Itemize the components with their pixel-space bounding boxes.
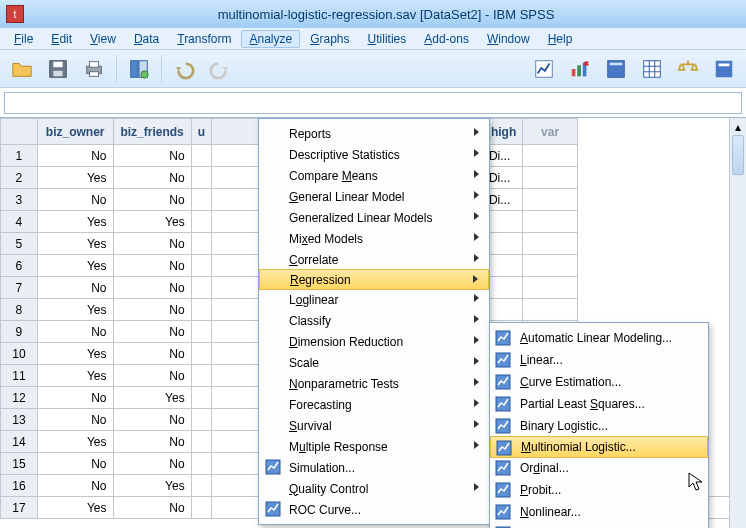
cell[interactable]: Yes — [37, 343, 113, 365]
row-header[interactable]: 17 — [1, 497, 38, 519]
row-header[interactable]: 6 — [1, 255, 38, 277]
undo-button[interactable] — [168, 54, 200, 84]
print-button[interactable] — [78, 54, 110, 84]
column-header-empty[interactable]: var — [523, 119, 578, 145]
cell[interactable]: Yes — [37, 299, 113, 321]
menu-item-descriptive-statistics[interactable]: Descriptive Statistics — [259, 144, 489, 165]
save-button[interactable] — [42, 54, 74, 84]
cell[interactable]: No — [113, 365, 191, 387]
menu-item-survival[interactable]: Survival — [259, 415, 489, 436]
menu-item-compare-means[interactable]: Compare Means — [259, 165, 489, 186]
data-view-button[interactable] — [123, 54, 155, 84]
menu-utilities[interactable]: Utilities — [360, 30, 415, 48]
menu-item-classify[interactable]: Classify — [259, 310, 489, 331]
cell[interactable]: No — [113, 189, 191, 211]
cell[interactable]: No — [113, 409, 191, 431]
cell[interactable]: Yes — [37, 431, 113, 453]
menu-file[interactable]: File — [6, 30, 41, 48]
row-header[interactable]: 8 — [1, 299, 38, 321]
column-header[interactable]: biz_owner — [37, 119, 113, 145]
menu-window[interactable]: Window — [479, 30, 538, 48]
cell[interactable]: No — [37, 453, 113, 475]
cell[interactable]: Yes — [37, 255, 113, 277]
submenu-item-curve-estimation-[interactable]: Curve Estimation... — [490, 371, 708, 393]
cell[interactable]: Yes — [113, 211, 191, 233]
cell[interactable] — [523, 277, 578, 299]
cell[interactable]: No — [113, 299, 191, 321]
row-header[interactable]: 15 — [1, 453, 38, 475]
cell[interactable]: No — [113, 321, 191, 343]
menu-item-quality-control[interactable]: Quality Control — [259, 478, 489, 499]
menu-transform[interactable]: Transform — [169, 30, 239, 48]
cell[interactable]: Yes — [37, 233, 113, 255]
more-button[interactable] — [708, 54, 740, 84]
row-header[interactable]: 5 — [1, 233, 38, 255]
cell[interactable] — [523, 299, 578, 321]
cell[interactable]: No — [113, 431, 191, 453]
scroll-up-icon[interactable]: ▴ — [730, 118, 746, 135]
submenu-item-multinomial-logistic-[interactable]: Multinomial Logistic... — [490, 436, 708, 458]
menu-item-loglinear[interactable]: Loglinear — [259, 289, 489, 310]
row-header[interactable]: 12 — [1, 387, 38, 409]
row-header[interactable]: 11 — [1, 365, 38, 387]
chart-button-1[interactable] — [528, 54, 560, 84]
row-header[interactable]: 16 — [1, 475, 38, 497]
cell[interactable]: Yes — [37, 167, 113, 189]
cell[interactable] — [523, 145, 578, 167]
submenu-item-automatic-linear-modeling-[interactable]: Automatic Linear Modeling... — [490, 327, 708, 349]
menu-item-simulation-[interactable]: Simulation... — [259, 457, 489, 478]
cell[interactable]: Yes — [113, 475, 191, 497]
cell[interactable] — [523, 255, 578, 277]
cell[interactable]: No — [113, 255, 191, 277]
column-header-partial[interactable]: u — [191, 119, 211, 145]
cell[interactable]: No — [113, 343, 191, 365]
cell[interactable]: No — [113, 145, 191, 167]
data-grid[interactable]: biz_owner biz_friends u income tax_too_h… — [0, 118, 746, 528]
cell[interactable]: Yes — [113, 387, 191, 409]
menu-item-scale[interactable]: Scale — [259, 352, 489, 373]
submenu-item-partial-least-squares-[interactable]: Partial Least Squares... — [490, 393, 708, 415]
menu-item-mixed-models[interactable]: Mixed Models — [259, 228, 489, 249]
menu-item-generalized-linear-models[interactable]: Generalized Linear Models — [259, 207, 489, 228]
row-header[interactable]: 3 — [1, 189, 38, 211]
cell[interactable]: No — [37, 387, 113, 409]
submenu-item-linear-[interactable]: Linear... — [490, 349, 708, 371]
chart-button-2[interactable] — [564, 54, 596, 84]
row-header[interactable]: 10 — [1, 343, 38, 365]
cell[interactable]: No — [113, 497, 191, 519]
menu-edit[interactable]: Edit — [43, 30, 80, 48]
row-header[interactable]: 13 — [1, 409, 38, 431]
menu-graphs[interactable]: Graphs — [302, 30, 357, 48]
cell[interactable]: Yes — [37, 365, 113, 387]
open-button[interactable] — [6, 54, 38, 84]
cell[interactable]: No — [113, 233, 191, 255]
vertical-scrollbar[interactable]: ▴ — [729, 118, 746, 528]
cell[interactable]: No — [113, 277, 191, 299]
cell[interactable]: No — [37, 189, 113, 211]
weights-button[interactable] — [672, 54, 704, 84]
submenu-item-weight-estimation-[interactable]: Weight Estimation... — [490, 523, 708, 528]
cell[interactable]: No — [113, 453, 191, 475]
scroll-thumb[interactable] — [732, 135, 744, 175]
cell[interactable]: Yes — [37, 211, 113, 233]
cell[interactable] — [523, 233, 578, 255]
row-header[interactable]: 1 — [1, 145, 38, 167]
menu-analyze[interactable]: Analyze — [241, 30, 300, 48]
row-header[interactable]: 2 — [1, 167, 38, 189]
menu-item-roc-curve-[interactable]: ROC Curve... — [259, 499, 489, 520]
redo-button[interactable] — [204, 54, 236, 84]
row-header[interactable]: 4 — [1, 211, 38, 233]
menu-view[interactable]: View — [82, 30, 124, 48]
menu-item-forecasting[interactable]: Forecasting — [259, 394, 489, 415]
cell[interactable] — [523, 211, 578, 233]
menu-item-regression[interactable]: Regression — [259, 269, 489, 290]
submenu-item-ordinal-[interactable]: Ordinal... — [490, 457, 708, 479]
cell[interactable]: No — [37, 277, 113, 299]
row-header[interactable]: 7 — [1, 277, 38, 299]
column-header[interactable]: biz_friends — [113, 119, 191, 145]
cell[interactable]: No — [37, 321, 113, 343]
menu-item-correlate[interactable]: Correlate — [259, 249, 489, 270]
menu-item-dimension-reduction[interactable]: Dimension Reduction — [259, 331, 489, 352]
menu-item-multiple-response[interactable]: Multiple Response — [259, 436, 489, 457]
submenu-item-probit-[interactable]: Probit... — [490, 479, 708, 501]
